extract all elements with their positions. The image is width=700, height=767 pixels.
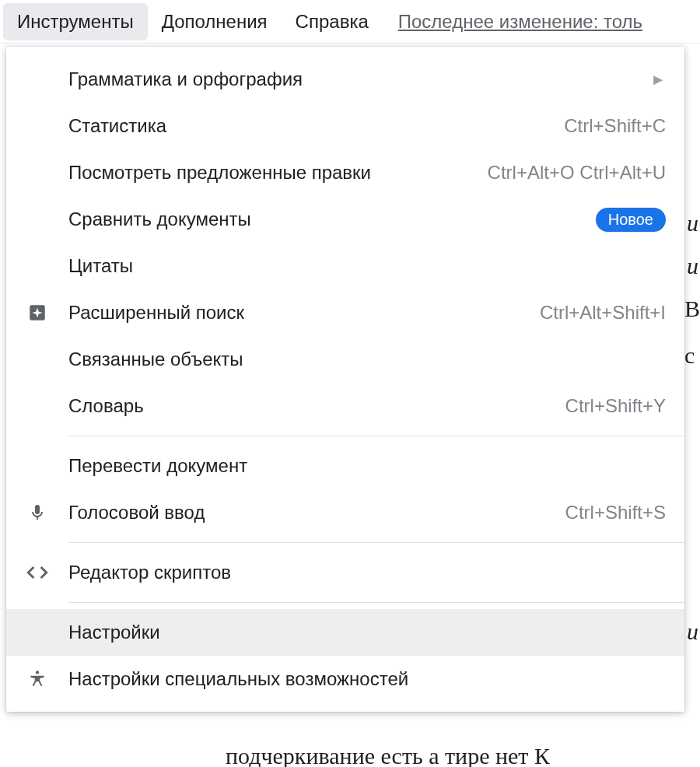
menu-label: Редактор скриптов <box>68 562 231 583</box>
menu-label: Связанные объекты <box>68 348 243 370</box>
menu-translate[interactable]: Перевести документ <box>6 443 684 489</box>
bg-text: подчеркивание есть а тире нет К <box>226 743 550 767</box>
menu-label: Статистика <box>68 115 166 137</box>
menu-label: Голосовой ввод <box>68 502 205 524</box>
bg-text: В <box>684 296 700 322</box>
menubar-help[interactable]: Справка <box>282 3 383 40</box>
menu-label: Цитаты <box>68 255 133 277</box>
shortcut: Ctrl+Alt+Shift+I <box>540 302 666 324</box>
menu-statistics[interactable]: Статистика Ctrl+Shift+C <box>6 103 684 149</box>
menu-voice-input[interactable]: Голосовой ввод Ctrl+Shift+S <box>6 489 684 536</box>
menu-label: Грамматика и орфография <box>68 68 303 90</box>
menu-label: Посмотреть предложенные правки <box>68 162 371 184</box>
shortcut: Ctrl+Shift+S <box>565 502 666 524</box>
menu-script-editor[interactable]: Редактор скриптов <box>6 549 684 596</box>
shortcut: Ctrl+Alt+O Ctrl+Alt+U <box>488 162 666 184</box>
menu-review-suggestions[interactable]: Посмотреть предложенные правки Ctrl+Alt+… <box>6 149 684 196</box>
bg-text: и <box>687 618 698 645</box>
new-badge: Новое <box>596 208 666 232</box>
svg-point-1 <box>36 671 39 674</box>
accessibility-icon <box>6 669 68 689</box>
menu-label: Расширенный поиск <box>68 302 244 324</box>
menu-preferences[interactable]: Настройки <box>6 609 684 656</box>
bg-text: с <box>684 342 695 369</box>
bg-text: и <box>687 210 698 236</box>
menu-divider <box>68 436 684 436</box>
shortcut: Ctrl+Shift+Y <box>565 395 666 417</box>
menu-label: Настройки специальных возможностей <box>68 668 408 690</box>
microphone-icon <box>6 502 68 524</box>
chevron-right-icon: ► <box>650 71 666 89</box>
menu-divider <box>68 542 684 543</box>
explore-icon <box>6 303 68 323</box>
code-icon <box>6 565 68 580</box>
menu-linked-objects[interactable]: Связанные объекты <box>6 336 684 383</box>
shortcut: Ctrl+Shift+C <box>564 115 666 137</box>
menu-explore[interactable]: Расширенный поиск Ctrl+Alt+Shift+I <box>6 289 684 336</box>
menu-accessibility[interactable]: Настройки специальных возможностей <box>6 656 684 702</box>
last-edit-link[interactable]: Последнее изменение: толь <box>398 11 642 33</box>
menu-label: Словарь <box>68 395 144 417</box>
menu-grammar[interactable]: Грамматика и орфография ► <box>6 56 684 103</box>
menu-compare-documents[interactable]: Сравнить документы Новое <box>6 196 684 243</box>
menu-dictionary[interactable]: Словарь Ctrl+Shift+Y <box>6 383 684 429</box>
menu-label: Сравнить документы <box>68 208 251 230</box>
menubar-addons[interactable]: Дополнения <box>148 3 282 40</box>
menu-label: Настройки <box>68 622 160 643</box>
bg-text: и <box>687 253 698 279</box>
menubar: Инструменты Дополнения Справка Последнее… <box>0 0 700 44</box>
tools-dropdown: Грамматика и орфография ► Статистика Ctr… <box>6 47 684 712</box>
menubar-tools[interactable]: Инструменты <box>3 3 148 40</box>
menu-divider <box>68 602 684 603</box>
menu-citations[interactable]: Цитаты <box>6 243 684 289</box>
menu-label: Перевести документ <box>68 455 247 477</box>
